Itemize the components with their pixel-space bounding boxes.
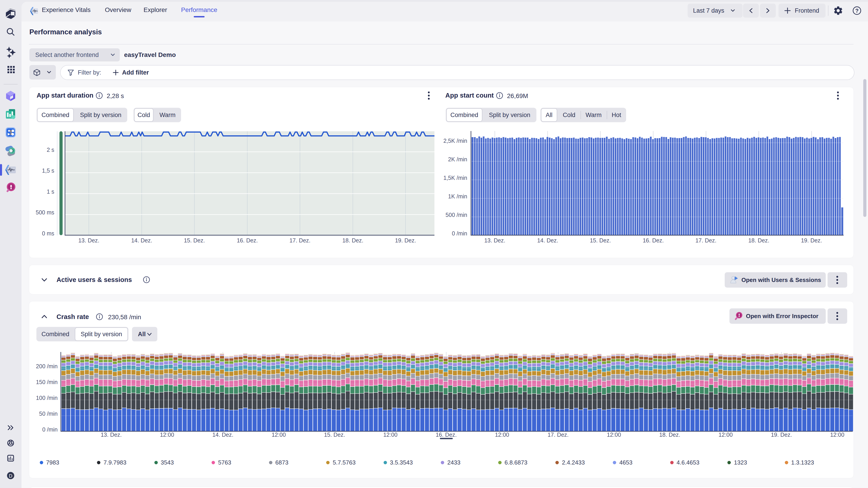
svg-text:D: D bbox=[9, 473, 12, 479]
svg-text:?: ? bbox=[855, 8, 859, 14]
